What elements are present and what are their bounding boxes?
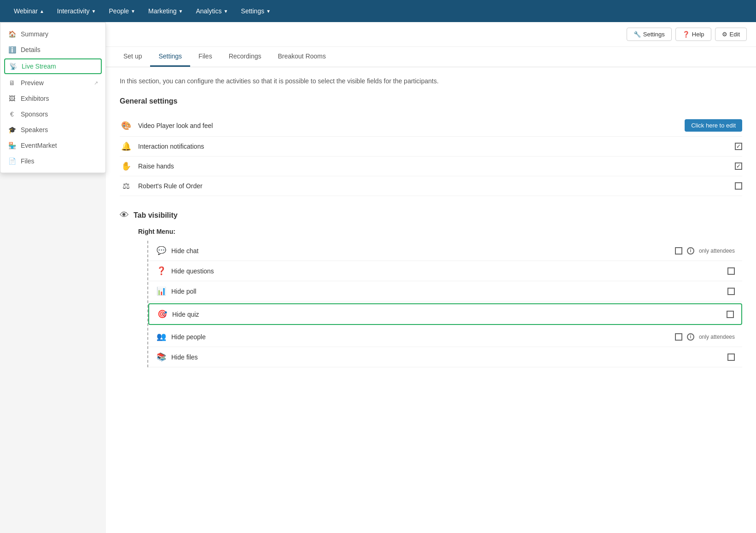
people-icon: 👥 — [156, 332, 167, 342]
tab-setup[interactable]: Set up — [115, 47, 150, 67]
eventmarket-icon: 🏪 — [8, 142, 16, 149]
chevron-down-icon: ▼ — [178, 9, 183, 14]
info-icon: ℹ️ — [8, 46, 16, 53]
speakers-icon: 🎓 — [8, 126, 16, 133]
eye-icon: 👁 — [120, 210, 129, 220]
main-area: 🏠 Summary ℹ️ Details 📡 Live Stream 🖥 Pre… — [0, 22, 756, 533]
visibility-hide-files: 📚 Hide files — [148, 347, 742, 367]
general-settings-section: General settings 🎨 Video Player look and… — [120, 97, 742, 196]
hide-chat-checkbox[interactable] — [675, 247, 682, 255]
home-icon: 🏠 — [8, 30, 16, 38]
question-icon: ❓ — [682, 31, 690, 38]
scale-icon: ⚖ — [120, 181, 133, 191]
hide-people-checkbox[interactable] — [675, 333, 682, 341]
sidebar-dropdown-menu: 🏠 Summary ℹ️ Details 📡 Live Stream 🖥 Pre… — [0, 22, 106, 173]
top-toolbar: 🔧 Settings ❓ Help ⚙ Edit — [106, 22, 756, 47]
settings-button[interactable]: 🔧 Settings — [627, 28, 672, 41]
wrench-icon: 🔧 — [634, 31, 641, 38]
top-navigation: Webinar ▲ Interactivity ▼ People ▼ Marke… — [0, 0, 756, 22]
poll-icon: 📊 — [156, 286, 167, 296]
info-icon[interactable]: i — [687, 247, 694, 255]
exhibitors-icon: 🖼 — [8, 95, 16, 102]
sidebar-item-eventmarket[interactable]: 🏪 EventMarket — [0, 138, 105, 153]
tab-visibility-section: 👁 Tab visibility Right Menu: 💬 Hide chat… — [120, 210, 742, 367]
tab-recordings[interactable]: Recordings — [221, 47, 270, 67]
general-settings-title: General settings — [120, 97, 742, 105]
hide-poll-checkbox[interactable] — [727, 288, 735, 295]
nav-webinar[interactable]: Webinar ▲ — [7, 0, 51, 22]
nav-settings[interactable]: Settings ▼ — [234, 0, 277, 22]
tab-visibility-header: 👁 Tab visibility — [120, 210, 742, 220]
help-button[interactable]: ❓ Help — [675, 28, 711, 41]
sidebar-item-details[interactable]: ℹ️ Details — [0, 42, 105, 58]
chevron-down-icon: ▲ — [40, 9, 44, 14]
setting-raise-hands: ✋ Raise hands — [120, 156, 742, 176]
nav-interactivity[interactable]: Interactivity ▼ — [51, 0, 103, 22]
setting-interaction-notifications: 🔔 Interaction notifications — [120, 137, 742, 156]
external-link-icon: ↗ — [94, 80, 98, 86]
tabs-bar: Set up Settings Files Recordings Breakou… — [106, 47, 756, 67]
roberts-rule-checkbox[interactable] — [735, 182, 742, 190]
chevron-down-icon: ▼ — [92, 9, 96, 14]
sponsors-icon: € — [8, 110, 16, 118]
files-icon: 📚 — [156, 352, 167, 362]
nav-people[interactable]: People ▼ — [103, 0, 142, 22]
info-icon[interactable]: i — [687, 333, 694, 341]
tab-visibility-title: Tab visibility — [134, 211, 178, 220]
hide-quiz-checkbox[interactable] — [727, 311, 734, 318]
hide-questions-checkbox[interactable] — [727, 267, 735, 275]
edit-button[interactable]: ⚙ Edit — [715, 28, 747, 41]
sidebar-item-exhibitors[interactable]: 🖼 Exhibitors — [0, 91, 105, 106]
right-menu-label: Right Menu: — [138, 228, 742, 235]
setting-roberts-rule: ⚖ Robert's Rule of Order — [120, 176, 742, 196]
preview-icon: 🖥 — [8, 79, 16, 87]
gear-icon: ⚙ — [722, 31, 727, 38]
raise-hands-checkbox[interactable] — [735, 162, 742, 170]
tab-settings[interactable]: Settings — [150, 47, 190, 67]
content-area: 🔧 Settings ❓ Help ⚙ Edit Set up Settings… — [106, 22, 756, 533]
nav-marketing[interactable]: Marketing ▼ — [142, 0, 189, 22]
files-icon: 📄 — [8, 157, 16, 165]
sidebar-item-speakers[interactable]: 🎓 Speakers — [0, 122, 105, 138]
nav-analytics[interactable]: Analytics ▼ — [189, 0, 234, 22]
chevron-down-icon: ▼ — [131, 9, 135, 14]
bell-icon: 🔔 — [120, 141, 133, 151]
sidebar-item-preview[interactable]: 🖥 Preview ↗ — [0, 75, 105, 91]
chevron-down-icon: ▼ — [223, 9, 228, 14]
chevron-down-icon: ▼ — [266, 9, 271, 14]
sidebar-item-files[interactable]: 📄 Files — [0, 153, 105, 169]
visibility-hide-questions: ❓ Hide questions — [148, 261, 742, 281]
hide-files-checkbox[interactable] — [727, 353, 735, 361]
visibility-hide-people: 👥 Hide people i only attendees — [148, 327, 742, 347]
page-description: In this section, you can configure the a… — [120, 76, 742, 86]
visibility-list: 💬 Hide chat i only attendees ❓ Hide ques… — [147, 241, 742, 367]
visibility-hide-quiz: 🎯 Hide quiz — [148, 303, 742, 325]
tab-files[interactable]: Files — [190, 47, 221, 67]
visibility-hide-chat: 💬 Hide chat i only attendees — [148, 241, 742, 261]
sidebar-item-sponsors[interactable]: € Sponsors — [0, 106, 105, 122]
palette-icon: 🎨 — [120, 121, 133, 131]
livestream-icon: 📡 — [9, 63, 17, 70]
setting-video-player: 🎨 Video Player look and feel Click here … — [120, 115, 742, 137]
click-here-to-edit-button[interactable]: Click here to edit — [685, 119, 742, 132]
sidebar-item-livestream[interactable]: 📡 Live Stream — [4, 58, 102, 74]
questions-icon: ❓ — [156, 266, 167, 276]
sidebar-item-summary[interactable]: 🏠 Summary — [0, 26, 105, 42]
visibility-hide-poll: 📊 Hide poll — [148, 281, 742, 301]
tab-breakout-rooms[interactable]: Breakout Rooms — [269, 47, 334, 67]
hand-icon: ✋ — [120, 161, 133, 171]
chat-icon: 💬 — [156, 246, 167, 255]
quiz-icon: 🎯 — [157, 309, 168, 319]
interaction-notifications-checkbox[interactable] — [735, 143, 742, 150]
page-content: In this section, you can configure the a… — [106, 67, 756, 390]
